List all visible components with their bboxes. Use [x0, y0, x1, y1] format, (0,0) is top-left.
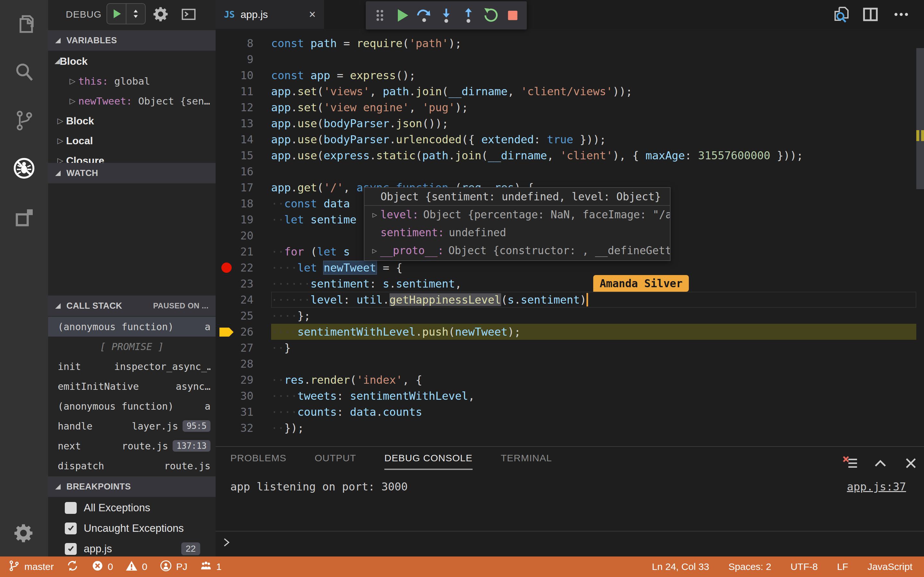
code-line-14[interactable]: 14app.use(bodyParser.urlencoded({ extend… — [216, 131, 916, 147]
collapse-panel-icon[interactable] — [872, 455, 889, 472]
code-line-32[interactable]: 32··}); — [216, 420, 916, 436]
editor-gutter[interactable]: 13 — [216, 115, 271, 131]
start-debug-button[interactable] — [107, 4, 126, 24]
call-stack-frame[interactable]: (anonymous function)a — [48, 396, 216, 416]
panel-tab-terminal[interactable]: TERMINAL — [501, 453, 552, 470]
editor-gutter[interactable]: 32 — [216, 420, 271, 436]
editor-gutter[interactable]: 14 — [216, 131, 271, 147]
variable-row[interactable]: ▷newTweet: Object {sent… — [48, 91, 216, 111]
variables-scope-row[interactable]: ▷Local — [48, 131, 216, 151]
variable-row[interactable]: ▷this: global — [48, 71, 216, 91]
tooltip-property-row[interactable]: ▷level:Object {percentage: NaN, faceImag… — [365, 206, 670, 224]
editor-gutter[interactable]: 9 — [216, 51, 271, 67]
breakpoint-checkbox[interactable] — [65, 502, 77, 514]
editor-gutter[interactable]: 30 — [216, 388, 271, 404]
code-line-15[interactable]: 15app.use(express.static(path.join(__dir… — [216, 147, 916, 163]
code-line-24[interactable]: 24······level: util.getHappinessLevel(s.… — [216, 292, 916, 308]
status-javascript[interactable]: JavaScript — [867, 561, 913, 572]
status-live-share[interactable]: PJ — [160, 559, 187, 574]
breakpoint-icon[interactable] — [221, 263, 232, 273]
status-sync[interactable] — [66, 559, 79, 574]
code-line-11[interactable]: 11app.set('views', path.join(__dirname, … — [216, 83, 916, 99]
editor-gutter[interactable]: 18 — [216, 195, 271, 211]
editor-gutter[interactable]: 21 — [216, 243, 271, 259]
code-line-12[interactable]: 12app.set('view engine', 'pug'); — [216, 99, 916, 115]
status-git-branch[interactable]: master — [8, 559, 54, 574]
editor-gutter[interactable]: 11 — [216, 83, 271, 99]
source-location-link[interactable]: app.js:37 — [847, 480, 906, 493]
editor-gutter[interactable]: 8 — [216, 35, 271, 51]
call-stack-frame[interactable]: handlelayer.js95:5 — [48, 416, 216, 436]
clear-console-icon[interactable] — [842, 455, 859, 472]
editor-gutter[interactable]: 26 — [216, 324, 271, 340]
panel-tab-output[interactable]: OUTPUT — [315, 453, 356, 470]
more-actions-icon[interactable] — [892, 5, 911, 24]
breakpoint-row[interactable]: Uncaught Exceptions — [48, 518, 216, 538]
breakpoints-section-header[interactable]: BREAKPOINTS — [48, 476, 216, 497]
editor-gutter[interactable]: 15 — [216, 147, 271, 163]
debug-console-input[interactable] — [216, 531, 924, 556]
debug-settings-gear-icon[interactable] — [152, 5, 171, 24]
editor-gutter[interactable]: 22 — [216, 259, 271, 276]
variables-scope-row[interactable]: Block — [48, 51, 216, 71]
breakpoint-checkbox[interactable] — [65, 522, 77, 534]
stop-button[interactable] — [501, 4, 523, 27]
editor-gutter[interactable]: 31 — [216, 404, 271, 420]
editor-gutter[interactable]: 19 — [216, 211, 271, 227]
editor-scrollbar[interactable] — [916, 48, 924, 189]
step-over-button[interactable] — [413, 4, 435, 27]
split-editor-icon[interactable] — [861, 5, 880, 24]
code-line-22[interactable]: 22····let newTweet = { — [216, 259, 916, 276]
status-error[interactable]: 0 — [91, 559, 113, 574]
code-line-29[interactable]: 29··res.render('index', { — [216, 372, 916, 388]
editor-gutter[interactable]: 24 — [216, 292, 271, 308]
code-line-13[interactable]: 13app.use(bodyParser.json()); — [216, 115, 916, 131]
code-line-30[interactable]: 30····tweets: sentimentWithLevel, — [216, 388, 916, 404]
call-stack-frame[interactable]: initinspector_async_… — [48, 356, 216, 376]
activity-bar-item-extensions[interactable] — [0, 197, 48, 239]
breakpoint-checkbox[interactable] — [65, 543, 77, 555]
continue-button[interactable] — [391, 4, 413, 27]
activity-bar-item-search[interactable] — [0, 51, 48, 93]
code-line-27[interactable]: 27··} — [216, 340, 916, 356]
editor-gutter[interactable]: 25 — [216, 308, 271, 324]
call-stack-frame[interactable]: emitInitNativeasync… — [48, 376, 216, 396]
search-file-icon[interactable] — [832, 5, 851, 24]
editor-gutter[interactable]: 10 — [216, 67, 271, 83]
close-panel-icon[interactable] — [902, 455, 919, 472]
panel-tab-debug-console[interactable]: DEBUG CONSOLE — [384, 453, 473, 470]
status-ln-24-col-33[interactable]: Ln 24, Col 33 — [652, 561, 709, 572]
variables-section-header[interactable]: VARIABLES — [48, 30, 216, 51]
launch-configuration-control[interactable] — [107, 3, 145, 24]
activity-bar-item-source-control[interactable] — [0, 99, 48, 141]
grip-button[interactable] — [369, 4, 391, 27]
code-line-10[interactable]: 10const app = express(); — [216, 67, 916, 83]
activity-bar-item-debug[interactable] — [0, 147, 48, 189]
editor-gutter[interactable]: 23 — [216, 276, 271, 292]
step-out-button[interactable] — [457, 4, 479, 27]
call-stack-frame[interactable]: nextroute.js137:13 — [48, 436, 216, 456]
restart-button[interactable] — [479, 4, 501, 27]
breakpoint-row[interactable]: app.js22 — [48, 538, 216, 556]
call-stack-frame[interactable]: (anonymous function)a — [48, 317, 216, 337]
breakpoint-row[interactable]: All Exceptions — [48, 498, 216, 518]
code-line-9[interactable]: 9 — [216, 51, 916, 67]
code-line-31[interactable]: 31····counts: data.counts — [216, 404, 916, 420]
open-debug-console-icon[interactable] — [179, 5, 198, 24]
editor-gutter[interactable]: 20 — [216, 227, 271, 243]
code-line-23[interactable]: 23······sentiment: s.sentiment, — [216, 276, 916, 292]
code-line-16[interactable]: 16 — [216, 163, 916, 179]
tab-appjs[interactable]: JS app.js × — [216, 0, 324, 29]
editor-gutter[interactable]: 16 — [216, 163, 271, 179]
tooltip-property-row[interactable]: sentiment:undefined — [365, 224, 670, 242]
call-stack-frame[interactable]: dispatchroute.js — [48, 456, 216, 476]
code-line-28[interactable]: 28 — [216, 356, 916, 372]
code-line-8[interactable]: 8const path = require('path'); — [216, 35, 916, 51]
editor-gutter[interactable]: 27 — [216, 340, 271, 356]
tab-close-icon[interactable]: × — [309, 8, 316, 21]
activity-bar-item-files[interactable] — [0, 3, 48, 45]
status-lf[interactable]: LF — [837, 561, 848, 572]
status-utf-8[interactable]: UTF-8 — [790, 561, 818, 572]
status-spaces-2[interactable]: Spaces: 2 — [729, 561, 771, 572]
code-line-25[interactable]: 25····}; — [216, 308, 916, 324]
